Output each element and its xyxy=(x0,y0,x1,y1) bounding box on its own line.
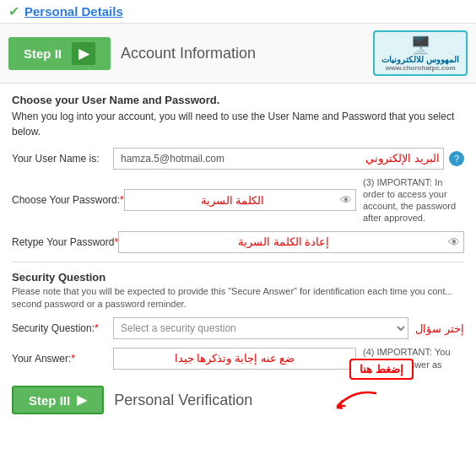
password-side-note: (3) IMPORTANT: In order to access your a… xyxy=(363,176,464,224)
username-row: Your User Name is: hamza.5@hotmail.com ا… xyxy=(12,148,464,170)
top-bar: ✔ Personal Details xyxy=(0,0,476,24)
password-label: Choose Your Password:* xyxy=(12,194,124,206)
password-arabic-placeholder: الكلمة السرية xyxy=(128,194,337,207)
logo-icon: 🖥️ xyxy=(410,35,431,55)
password-eye-icon[interactable]: 👁 xyxy=(340,193,352,207)
retype-password-row: Retype Your Password* إعادة الكلمة السري… xyxy=(12,231,464,253)
divider xyxy=(12,262,464,262)
intro-bold: Choose your User Name and Password. xyxy=(12,94,219,106)
personal-details-label: Personal Details xyxy=(24,4,123,19)
logo-name: المهووس للالكترونيات xyxy=(381,55,459,64)
security-question-row: Security Question:* Select a security qu… xyxy=(12,317,464,339)
check-icon: ✔ xyxy=(8,3,19,19)
answer-label: Your Answer:* xyxy=(12,353,113,365)
security-question-arabic: إختر سؤال xyxy=(415,322,464,335)
retype-arabic-placeholder: إعادة الكلمة السرية xyxy=(122,235,445,248)
red-arrow-icon xyxy=(329,389,380,414)
main-content: Choose your User Name and Password. When… xyxy=(0,84,476,423)
step3-title: Personal Verification xyxy=(114,392,252,409)
retype-label: Retype Your Password* xyxy=(12,236,118,248)
intro-text: Choose your User Name and Password. When… xyxy=(12,92,464,139)
step2-arrow: ▶ xyxy=(72,42,95,65)
username-help-icon[interactable]: ? xyxy=(449,151,464,166)
step2-label: Step II xyxy=(24,46,62,61)
answer-input-wrap[interactable]: ضع عنه إجابة وتذكرها جيدا xyxy=(113,348,356,370)
retype-eye-icon[interactable]: 👁 xyxy=(448,235,460,249)
step3-arrow: ▶ xyxy=(77,392,87,408)
step2-header: Step II ▶ Account Information 🖥️ المهووس… xyxy=(0,24,476,84)
username-arabic: البريد الإلكتروني xyxy=(365,152,440,165)
security-question-select[interactable]: Select a security question xyxy=(113,317,408,339)
step2-title: Account Information xyxy=(121,45,256,62)
password-input-wrap[interactable]: الكلمة السرية 👁 xyxy=(124,189,356,211)
step3-label: Step III xyxy=(29,393,70,408)
security-desc: Please note that you will be expected to… xyxy=(12,285,464,311)
username-value: hamza.5@hotmail.com xyxy=(117,153,359,165)
intro-normal: When you log into your account, you will… xyxy=(12,111,454,138)
username-label: Your User Name is: xyxy=(12,153,113,165)
retype-input-wrap[interactable]: إعادة الكلمة السرية 👁 xyxy=(118,231,464,253)
press-here-bubble: إضغط هنا xyxy=(349,359,414,380)
security-section: Security Question Please note that you w… xyxy=(12,271,464,311)
logo-site: www.chorohatpc.com xyxy=(386,64,456,72)
step2-badge: Step II ▶ xyxy=(8,37,111,70)
security-select-wrap: Select a security question إختر سؤال xyxy=(113,317,464,339)
step3-row: إضغط هنا Step III ▶ Personal Verificatio… xyxy=(12,386,464,414)
answer-arabic-placeholder: ضع عنه إجابة وتذكرها جيدا xyxy=(117,352,352,365)
password-row: Choose Your Password:* الكلمة السرية 👁 (… xyxy=(12,176,464,224)
username-input-wrap: hamza.5@hotmail.com البريد الإلكتروني xyxy=(113,148,444,170)
logo-box: 🖥️ المهووس للالكترونيات www.chorohatpc.c… xyxy=(373,30,468,76)
step3-badge[interactable]: Step III ▶ xyxy=(12,386,104,414)
security-title: Security Question xyxy=(12,271,464,284)
security-question-label: Security Question:* xyxy=(12,322,113,334)
